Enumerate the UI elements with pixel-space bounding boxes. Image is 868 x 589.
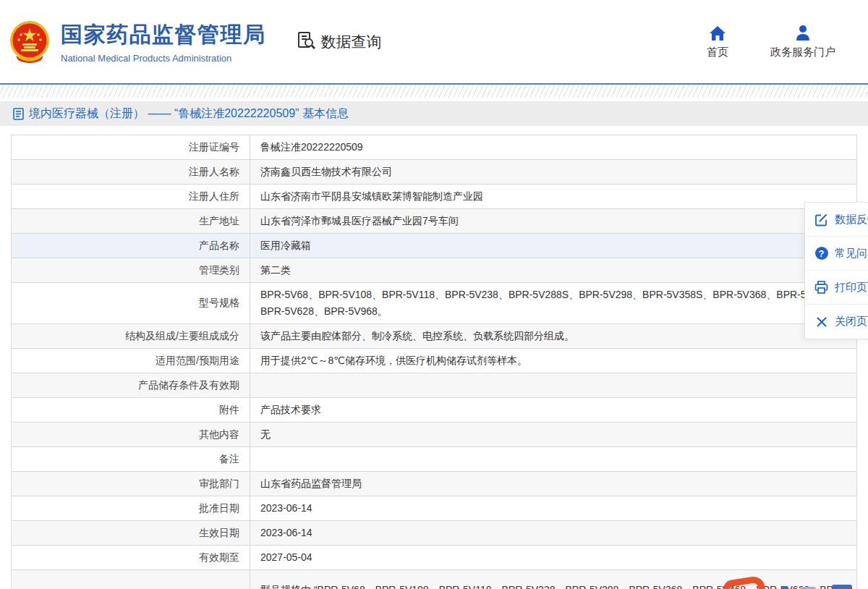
org-name-en: National Medical Products Administration xyxy=(61,53,266,64)
floating-action-panel: 数据反馈 ? 常见问题 打印页面 关闭页面 xyxy=(804,202,868,339)
row-label: 适用范围/预期用途 xyxy=(12,349,250,373)
org-title-block: 国家药品监督管理局 National Medical Products Admi… xyxy=(61,20,266,64)
document-icon xyxy=(13,108,24,120)
row-value: 济南鑫贝西生物技术有限公司 xyxy=(250,160,856,184)
table-row: 产品储存条件及有效期 xyxy=(12,373,856,398)
row-label: 注册人住所 xyxy=(12,185,250,208)
row-label xyxy=(12,570,250,589)
row-label: 生效日期 xyxy=(12,521,250,545)
table-row: 批准日期2023-06-14 xyxy=(12,496,856,521)
row-value: 该产品主要由腔体部分、制冷系统、电控系统、负载系统四部分组成。 xyxy=(250,324,856,348)
nav-item-gov-portal[interactable]: 政务服务门户 xyxy=(770,25,835,59)
table-row: 注册人名称济南鑫贝西生物技术有限公司 xyxy=(12,160,856,185)
panel-label: 打印页面 xyxy=(835,281,868,294)
panel-label: 数据反馈 xyxy=(835,213,868,226)
row-value: 第二类 xyxy=(250,258,856,282)
panel-item-close[interactable]: 关闭页面 xyxy=(805,305,868,339)
watermark-dot xyxy=(832,585,852,589)
row-value: 山东省药品监督管理局 xyxy=(250,472,856,496)
row-label: 结构及组成/主要组成成分 xyxy=(12,324,250,348)
site-header: 国家药品监督管理局 National Medical Products Admi… xyxy=(0,0,868,83)
nav-gov-portal-label: 政务服务门户 xyxy=(770,46,835,59)
row-label: 产品储存条件及有效期 xyxy=(12,373,250,397)
data-query-icon xyxy=(297,30,316,54)
data-query-entry[interactable]: 数据查询 xyxy=(297,30,382,54)
table-row: 附件产品技术要求 xyxy=(12,398,856,423)
panel-item-data-feedback[interactable]: 数据反馈 xyxy=(805,203,868,237)
watermark-dot xyxy=(782,586,788,589)
panel-item-faq[interactable]: ? 常见问题 xyxy=(805,237,868,271)
table-row: 备注 xyxy=(12,447,856,472)
row-value: 山东省济南市平阴县安城镇欧莱博智能制造产业园 xyxy=(250,185,856,208)
row-label: 生产地址 xyxy=(12,209,250,233)
row-label: 审批部门 xyxy=(12,472,250,496)
row-label: 管理类别 xyxy=(12,258,250,282)
row-value: 2023-06-14 xyxy=(250,496,856,520)
row-label: 其他内容 xyxy=(12,423,250,446)
row-value xyxy=(250,373,856,397)
row-value: 型号规格由 “BPR-5V68、BPR-5V108、BPR-5V118、BPR-… xyxy=(250,570,856,589)
row-label: 注册人名称 xyxy=(12,160,250,184)
row-value: 医用冷藏箱 xyxy=(250,234,856,258)
table-row: 注册人住所山东省济南市平阴县安城镇欧莱博智能制造产业园 xyxy=(12,185,856,209)
printer-icon xyxy=(814,281,828,294)
panel-label: 常见问题 xyxy=(835,247,868,260)
nav-item-home[interactable]: 首页 xyxy=(707,25,728,59)
table-row: 有效期至2027-05-04 xyxy=(12,546,856,570)
table-row: 型号规格BPR-5V68、BPR-5V108、BPR-5V118、BPR-5V2… xyxy=(12,283,856,324)
table-row: 结构及组成/主要组成成分该产品主要由腔体部分、制冷系统、电控系统、负载系统四部分… xyxy=(12,324,856,349)
panel-item-print[interactable]: 打印页面 xyxy=(805,271,868,305)
row-value: 2027-05-04 xyxy=(250,546,856,569)
page-title-bar: 境内医疗器械（注册） —— “鲁械注准20222220509” 基本信息 xyxy=(0,101,868,126)
row-value xyxy=(250,447,856,471)
stripe-band xyxy=(0,85,868,98)
table-row: 管理类别第二类 xyxy=(12,258,856,283)
row-value: 山东省菏泽市鄄城县医疗器械产业园7号车间 xyxy=(250,209,856,233)
row-label: 备注 xyxy=(12,447,250,471)
data-query-label: 数据查询 xyxy=(321,32,382,52)
close-icon xyxy=(814,316,828,328)
row-label: 型号规格 xyxy=(12,283,250,323)
table-row: 生产地址山东省菏泽市鄄城县医疗器械产业园7号车间 xyxy=(12,209,856,234)
table-row-hovered: 产品名称医用冷藏箱 xyxy=(12,234,856,258)
header-nav: 首页 政务服务门户 xyxy=(707,25,835,59)
row-value: 无 xyxy=(250,423,856,446)
national-emblem-logo xyxy=(9,20,51,64)
table-row: 其他内容无 xyxy=(12,423,856,447)
panel-label: 关闭页面 xyxy=(835,315,868,329)
row-value: 用于提供2℃～8℃储存环境，供医疗机构储存试剂等样本。 xyxy=(250,349,856,373)
table-row: 注册证编号鲁械注准20222220509 xyxy=(12,135,856,160)
page-title: 境内医疗器械（注册） —— “鲁械注准20222220509” 基本信息 xyxy=(29,106,349,122)
table-row: 审批部门山东省药品监督管理局 xyxy=(12,472,856,496)
edit-icon xyxy=(814,213,828,226)
row-label: 附件 xyxy=(12,398,250,422)
user-icon xyxy=(795,25,811,41)
home-icon xyxy=(710,25,726,41)
row-label: 有效期至 xyxy=(12,546,250,569)
row-value: 鲁械注准20222220509 xyxy=(250,135,856,159)
row-value: 产品技术要求 xyxy=(250,398,856,422)
table-row: 适用范围/预期用途用于提供2℃～8℃储存环境，供医疗机构储存试剂等样本。 xyxy=(12,349,856,373)
row-label: 产品名称 xyxy=(12,234,250,258)
row-value: 2023-06-14 xyxy=(250,521,856,545)
row-label: 批准日期 xyxy=(12,496,250,520)
nav-home-label: 首页 xyxy=(707,46,728,59)
row-value: BPR-5V68、BPR-5V108、BPR-5V118、BPR-5V238、B… xyxy=(250,283,856,323)
table-row: 生效日期2023-06-14 xyxy=(12,521,856,546)
question-icon: ? xyxy=(814,247,828,260)
row-label: 注册证编号 xyxy=(12,135,250,159)
org-name-zh: 国家药品监督管理局 xyxy=(61,20,266,50)
registration-info-table: 注册证编号鲁械注准20222220509 注册人名称济南鑫贝西生物技术有限公司 … xyxy=(11,135,857,589)
